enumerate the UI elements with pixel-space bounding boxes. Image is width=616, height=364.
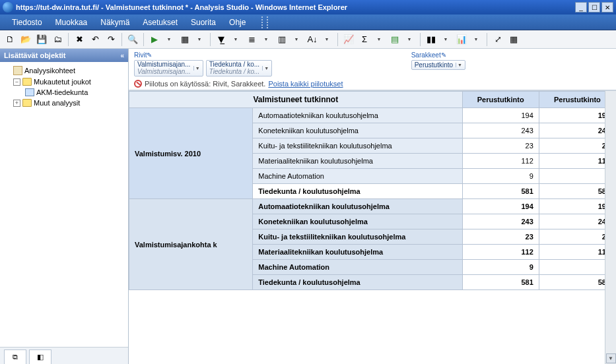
main-pane: Rivit✎ Valmistumisajan...Valmistumisajan… bbox=[129, 49, 616, 364]
cell[interactable]: 23 bbox=[462, 138, 539, 154]
row-label[interactable]: Konetekniikan koulutusohjelma bbox=[253, 214, 462, 229]
rows-label[interactable]: Rivit✎ bbox=[134, 51, 152, 59]
menu-nakyma[interactable]: Näkymä bbox=[94, 15, 136, 30]
cell[interactable]: 243 bbox=[462, 214, 539, 229]
row-label[interactable]: Kuitu- ja tekstiilitekniikan koulutusohj… bbox=[253, 138, 462, 154]
col-header-1[interactable]: Perustutkinto bbox=[462, 92, 539, 108]
tab-package[interactable]: ◧ bbox=[29, 349, 51, 364]
tree: Analyysikohteet − Mukautetut joukot AKM-… bbox=[0, 62, 128, 347]
subtotal-dd[interactable]: ▼ bbox=[402, 32, 417, 47]
cell[interactable]: 112 bbox=[462, 154, 539, 169]
tree-root-label: Analyysikohteet bbox=[24, 67, 75, 75]
cell[interactable]: 9 bbox=[462, 260, 539, 275]
menu-ohje[interactable]: Ohje bbox=[222, 15, 252, 30]
context-row: Rivit✎ Valmistumisajan...Valmistumisajan… bbox=[129, 49, 616, 78]
cols-label[interactable]: Sarakkeet✎ bbox=[411, 51, 446, 59]
cell[interactable]: 23 bbox=[462, 229, 539, 245]
rows-pill-1[interactable]: Valmistumisajan...Valmistumisajan... ▼ bbox=[134, 60, 203, 76]
suppress-dd[interactable]: ▼ bbox=[289, 32, 304, 47]
chevron-down-icon[interactable]: ▼ bbox=[262, 66, 270, 71]
menu-asetukset[interactable]: Asetukset bbox=[136, 15, 184, 30]
save-icon[interactable]: 💾 bbox=[34, 32, 49, 47]
data-grid[interactable]: Valmistuneet tutkinnot Perustutkinto Per… bbox=[129, 90, 616, 364]
menu-drag-handle[interactable] bbox=[261, 16, 268, 28]
sum-icon[interactable]: Σ bbox=[357, 32, 372, 47]
calc-icon[interactable]: 📈 bbox=[341, 32, 356, 47]
sort-icon[interactable]: A↓ bbox=[305, 32, 320, 47]
row-group-1[interactable]: Valmistumisv. 2010 bbox=[129, 108, 253, 199]
cut-icon[interactable]: ✖ bbox=[72, 32, 86, 47]
close-button[interactable]: ✕ bbox=[601, 2, 613, 13]
undo-icon[interactable]: ↶ bbox=[88, 32, 102, 47]
cell[interactable]: 9 bbox=[462, 169, 539, 184]
cell[interactable]: 194 bbox=[462, 199, 539, 214]
maximize-button[interactable]: ☐ bbox=[588, 2, 600, 13]
layout-icon[interactable]: ▦ bbox=[178, 32, 192, 47]
suppress-icon[interactable]: ▥ bbox=[275, 32, 289, 47]
filter-icon[interactable]: ▼̲ bbox=[214, 32, 228, 47]
save-as-icon[interactable]: 🗂 bbox=[50, 32, 65, 47]
collapse-icon[interactable]: − bbox=[13, 78, 20, 86]
filter-dd[interactable]: ▼ bbox=[228, 32, 243, 47]
redo-icon[interactable]: ↷ bbox=[104, 32, 118, 47]
tree-sets[interactable]: − Mukautetut joukot bbox=[3, 76, 125, 87]
grid-title: Valmistuneet tutkinnot bbox=[129, 92, 463, 108]
cell[interactable]: 581 bbox=[462, 184, 539, 199]
menu-muokkaa[interactable]: Muokkaa bbox=[49, 15, 94, 30]
sidebar: Lisättävät objektit « Analyysikohteet − … bbox=[0, 49, 129, 364]
expand-icon[interactable]: + bbox=[13, 100, 20, 107]
subtotal-icon[interactable]: ▤ bbox=[388, 32, 402, 47]
topbottom-icon[interactable]: ≣ bbox=[244, 32, 259, 47]
remove-hidden-link[interactable]: Poista kaikki piilotukset bbox=[268, 80, 343, 88]
cell[interactable]: 243 bbox=[462, 123, 539, 138]
run-icon[interactable]: ▶ bbox=[147, 32, 162, 47]
open-icon[interactable]: 📂 bbox=[18, 32, 33, 47]
menu-suorita[interactable]: Suorita bbox=[184, 15, 222, 30]
charttype-dd[interactable]: ▼ bbox=[469, 32, 483, 47]
chartbar-dd[interactable]: ▼ bbox=[438, 32, 453, 47]
sidebar-header[interactable]: Lisättävät objektit « bbox=[0, 49, 128, 62]
row-label[interactable]: Konetekniikan koulutusohjelma bbox=[253, 123, 462, 138]
row-label[interactable]: Kuitu- ja tekstiilitekniikan koulutusohj… bbox=[253, 229, 462, 245]
chart-type-icon[interactable]: 📊 bbox=[454, 32, 469, 47]
topbottom-dd[interactable]: ▼ bbox=[259, 32, 273, 47]
sidebar-tabs: ⧉ ◧ bbox=[0, 347, 128, 364]
expand-icon[interactable]: ⤢ bbox=[491, 32, 505, 47]
layout-dd[interactable]: ▼ bbox=[192, 32, 207, 47]
row-label[interactable]: Materiaalitekniikan koulutusohjelma bbox=[253, 245, 462, 260]
chevron-down-icon[interactable]: ▼ bbox=[456, 63, 463, 67]
row-sum-label[interactable]: Tiedekunta / koulutusohjelma bbox=[253, 275, 462, 290]
tree-set-akm[interactable]: AKM-tiedekunta bbox=[3, 87, 125, 98]
row-label[interactable]: Machine Automation bbox=[253, 169, 462, 184]
options-icon[interactable]: ▦ bbox=[506, 32, 521, 47]
vertical-scrollbar[interactable]: ▼ bbox=[605, 91, 616, 364]
chevron-down-icon[interactable]: ▼ bbox=[193, 66, 201, 71]
cols-pill-1[interactable]: Perustutkinto ▼ bbox=[411, 60, 465, 70]
row-sum-label[interactable]: Tiedekunta / koulutusohjelma bbox=[253, 184, 462, 199]
search-icon[interactable]: 🔍 bbox=[125, 32, 140, 47]
tree-root[interactable]: Analyysikohteet bbox=[3, 65, 125, 76]
row-label[interactable]: Automaatiotekniikan koulutusohjelma bbox=[253, 199, 462, 214]
rows-pill-2[interactable]: Tiedekunta / ko...Tiedekunta / ko... ▼ bbox=[206, 60, 273, 76]
row-label[interactable]: Materiaalitekniikan koulutusohjelma bbox=[253, 154, 462, 169]
panel-collapse-icon[interactable]: « bbox=[120, 52, 124, 59]
sort-dd[interactable]: ▼ bbox=[320, 32, 334, 47]
menu-tiedosto[interactable]: Tiedosto bbox=[5, 15, 49, 30]
cell[interactable]: 194 bbox=[462, 108, 539, 123]
tree-sets-label: Mukautetut joukot bbox=[34, 78, 91, 86]
row-group-2[interactable]: Valmistumisajankohta k bbox=[129, 199, 253, 290]
cell[interactable]: 581 bbox=[462, 275, 539, 290]
title-bar: https://tut-dw.intra.tut.fi/ - Valmistun… bbox=[0, 0, 616, 15]
run-dd[interactable]: ▼ bbox=[162, 32, 176, 47]
minimize-button[interactable]: _ bbox=[575, 2, 587, 13]
row-label[interactable]: Automaatiotekniikan koulutusohjelma bbox=[253, 108, 462, 123]
hidden-notice: Piilotus on käytössä: Rivit, Sarakkeet. … bbox=[129, 78, 616, 90]
sum-dd[interactable]: ▼ bbox=[372, 32, 386, 47]
tree-other[interactable]: + Muut analyysit bbox=[3, 98, 125, 108]
scroll-down-icon[interactable]: ▼ bbox=[606, 353, 616, 363]
new-icon[interactable]: 🗋 bbox=[3, 32, 17, 47]
chart-bar-icon[interactable]: ▮▮ bbox=[424, 32, 438, 47]
cell[interactable]: 112 bbox=[462, 245, 539, 260]
row-label[interactable]: Machine Automation bbox=[253, 260, 462, 275]
tab-source[interactable]: ⧉ bbox=[4, 349, 26, 364]
